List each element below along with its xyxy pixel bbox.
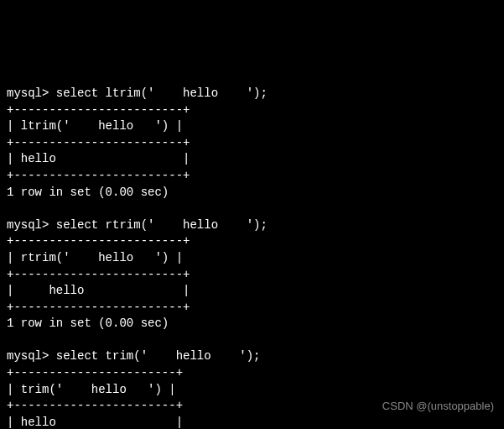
table-row: | hello | [7, 416, 183, 429]
table-border: +------------------------+ [7, 169, 190, 182]
prompt: mysql> [7, 349, 56, 363]
table-row: | hello | [7, 284, 190, 297]
sql-query: select trim(' hello '); [56, 349, 261, 363]
result-footer: 1 row in set (0.00 sec) [7, 186, 169, 199]
table-border: +------------------------+ [7, 103, 190, 117]
sql-query: select ltrim(' hello '); [56, 86, 268, 100]
table-header: | ltrim(' hello ') | [7, 119, 183, 133]
sql-query: select rtrim(' hello '); [56, 218, 268, 232]
table-border: +------------------------+ [7, 301, 190, 314]
terminal-output: mysql> select ltrim(' hello '); +-------… [7, 69, 497, 429]
table-border: +------------------------+ [7, 234, 190, 248]
table-header: | rtrim(' hello ') | [7, 251, 183, 264]
result-footer: 1 row in set (0.00 sec) [7, 317, 169, 330]
prompt: mysql> [7, 86, 56, 100]
table-header: | trim(' hello ') | [7, 383, 176, 396]
table-border: +------------------------+ [7, 268, 190, 281]
watermark-text: CSDN @(unstoppable) [382, 399, 494, 414]
table-border: +------------------------+ [7, 136, 190, 149]
table-border: +-----------------------+ [7, 366, 183, 379]
prompt: mysql> [7, 218, 56, 232]
table-row: | hello | [7, 152, 190, 165]
table-border: +-----------------------+ [7, 399, 183, 412]
